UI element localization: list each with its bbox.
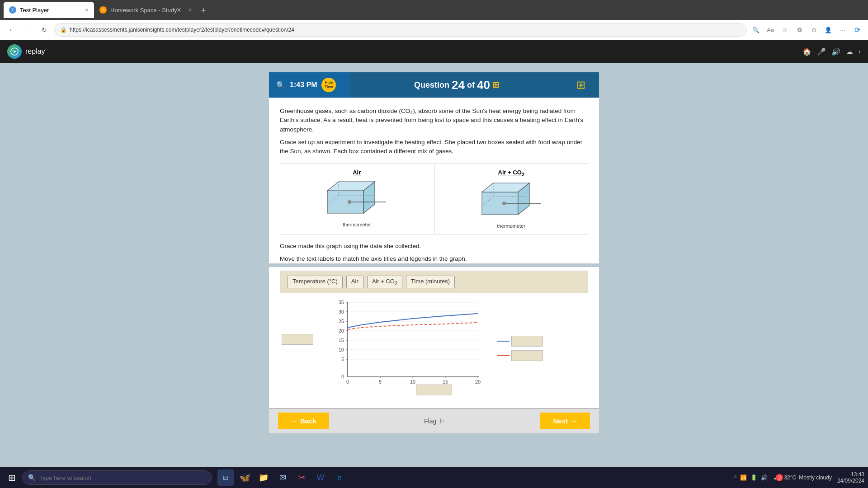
- extensions-icon[interactable]: Aa: [765, 24, 776, 35]
- tag-time[interactable]: Time (minutes): [406, 276, 455, 288]
- address-text: https://icasassessments.janisoninsights.…: [70, 27, 294, 33]
- tab-icon-test-player: T: [9, 6, 16, 14]
- search-icon[interactable]: 🔍: [750, 24, 761, 35]
- chevron-right-icon[interactable]: ›: [859, 47, 861, 56]
- grid-yellow-icon[interactable]: ⊞: [576, 79, 585, 91]
- main-content-area: 🔍 1:43 PM HideTime Question 24 of 40 ⊞ ⊞…: [0, 63, 868, 467]
- back-arrow-icon: ←: [291, 417, 297, 425]
- diagram-air: Air: [280, 164, 434, 234]
- svg-text:15: 15: [443, 379, 448, 385]
- flag-section: Flag 🏳: [424, 418, 445, 425]
- browser-toolbar-icons: 🔍 Aa ☆ ⧉ ⊙ 👤 ··· ⟳: [750, 24, 863, 35]
- new-tab-button[interactable]: ＋: [199, 5, 208, 15]
- notification-badge: 2: [776, 474, 783, 481]
- tab-label-homework: Homework Space - StudyX: [110, 7, 181, 14]
- taskbar-search-box[interactable]: 🔍: [22, 470, 212, 485]
- collections-icon[interactable]: ⊙: [808, 24, 819, 35]
- favorites-icon[interactable]: ☆: [779, 24, 790, 35]
- lock-icon: 🔒: [60, 27, 67, 33]
- x-axis-dropzone[interactable]: [416, 385, 452, 397]
- diagrams-row: Air: [280, 163, 588, 235]
- next-button[interactable]: Next →: [540, 413, 590, 429]
- edge-icon[interactable]: ⟳: [852, 24, 863, 35]
- hide-time-label: HideTime: [325, 81, 333, 89]
- mail-icon[interactable]: ✉: [274, 469, 291, 486]
- tag-temperature[interactable]: Temperature (°C): [288, 276, 343, 288]
- svg-text:10: 10: [339, 347, 344, 352]
- svg-marker-1: [14, 50, 16, 53]
- forward-browser-button[interactable]: →: [22, 23, 34, 36]
- tab-close-test-player[interactable]: ✕: [85, 7, 89, 13]
- hide-time-avatar[interactable]: HideTime: [321, 78, 336, 92]
- diagram-air-co2: Air + CO2 thermometer: [434, 164, 589, 234]
- word-icon[interactable]: W: [312, 469, 329, 486]
- scissors-icon[interactable]: ✂: [293, 469, 310, 486]
- svg-text:30: 30: [339, 309, 344, 314]
- system-tray: ^ 📶 🔋 🔊: [734, 474, 768, 481]
- svg-text:10: 10: [410, 379, 415, 385]
- network-icon[interactable]: 📶: [740, 474, 747, 481]
- flag-icon[interactable]: 🏳: [439, 418, 445, 425]
- replay-circle-icon: [7, 44, 22, 59]
- taskbar-right: ^ 📶 🔋 🔊 ☁ 2 32°C Mostly cloudy 13:43 24/…: [734, 471, 864, 484]
- cloud-icon[interactable]: ☁: [846, 47, 853, 56]
- svg-text:0: 0: [341, 374, 344, 379]
- home-icon[interactable]: 🏠: [802, 47, 811, 56]
- legend-co2-dropzone[interactable]: [511, 350, 543, 361]
- battery-icon[interactable]: 🔋: [750, 474, 757, 481]
- svg-text:20: 20: [339, 328, 344, 333]
- replay-bar: replay 🏠 🎤 🔊 ☁ ›: [0, 40, 868, 63]
- tab-label-test-player: Test Player: [20, 7, 49, 14]
- file-explorer-icon[interactable]: 📁: [255, 469, 272, 486]
- address-bar[interactable]: 🔒 https://icasassessments.janisoninsight…: [54, 23, 747, 37]
- start-button[interactable]: ⊞: [4, 470, 20, 485]
- tab-groups-icon[interactable]: ⧉: [794, 24, 805, 35]
- taskbar-clock: 13:43 24/09/2024: [837, 471, 864, 484]
- flag-label: Flag: [424, 418, 436, 425]
- search-magnify-icon[interactable]: 🔍: [276, 81, 285, 89]
- profile-icon[interactable]: 👤: [823, 24, 834, 35]
- taskbar-search-input[interactable]: [39, 474, 206, 481]
- question-header-left: 🔍 1:43 PM HideTime: [269, 72, 350, 98]
- address-bar-row: ← → ↻ 🔒 https://icasassessments.janisoni…: [0, 20, 868, 40]
- replay-logo: replay: [7, 44, 45, 59]
- question-number: 24: [452, 78, 465, 92]
- grid-icon[interactable]: ⊞: [492, 80, 499, 90]
- diagram-air-co2-title: Air + CO2: [498, 169, 524, 177]
- tab-close-homework[interactable]: ✕: [188, 7, 192, 13]
- clock-time: 13:43: [837, 471, 864, 478]
- of-label: of: [467, 80, 475, 90]
- next-arrow-icon: →: [571, 417, 577, 425]
- tag-air[interactable]: Air: [346, 276, 363, 288]
- diagram-air-svg: [318, 179, 395, 220]
- y-axis-dropzone[interactable]: [282, 334, 313, 347]
- back-button[interactable]: ← Back: [278, 413, 329, 429]
- volume-icon[interactable]: 🔊: [831, 47, 840, 56]
- back-browser-button[interactable]: ←: [5, 23, 18, 36]
- back-label: Back: [300, 417, 316, 425]
- copilot-icon[interactable]: 🦋: [236, 469, 253, 486]
- tray-arrow-icon[interactable]: ^: [734, 474, 737, 481]
- mic-icon[interactable]: 🎤: [817, 47, 826, 56]
- diagram-airco2-svg: [473, 181, 550, 221]
- tab-homework-space[interactable]: H Homework Space - StudyX ✕: [94, 2, 198, 18]
- graph-instruction2: Move the text labels to match the axis t…: [280, 254, 588, 263]
- chart-wrapper: 35 30 25 20 15: [280, 298, 588, 399]
- more-icon[interactable]: ···: [837, 24, 848, 35]
- tab-test-player[interactable]: T Test Player ✕: [4, 2, 94, 18]
- thermometer-label-left: thermometer: [343, 222, 371, 227]
- legend-dashed-dropzone: [497, 350, 543, 361]
- svg-rect-9: [348, 200, 351, 204]
- edge-taskbar-icon[interactable]: e: [331, 469, 348, 486]
- taskview-icon[interactable]: ⊟: [217, 469, 234, 486]
- svg-rect-17: [502, 202, 506, 205]
- svg-text:35: 35: [339, 300, 344, 305]
- tab-icon-homework: H: [99, 6, 107, 14]
- question-label: Question: [414, 80, 449, 90]
- refresh-button[interactable]: ↻: [38, 23, 51, 36]
- legend-air-dropzone[interactable]: [511, 336, 543, 347]
- volume-taskbar-icon[interactable]: 🔊: [761, 474, 768, 481]
- taskbar: ⊞ 🔍 ⊟ 🦋 📁 ✉ ✂ W e ^ 📶 🔋 🔊 ☁ 2 32°C Mostl…: [0, 467, 868, 488]
- tag-air-co2[interactable]: Air + CO2: [367, 276, 402, 288]
- paragraph2: Grace set up an experiment to investigat…: [280, 138, 588, 156]
